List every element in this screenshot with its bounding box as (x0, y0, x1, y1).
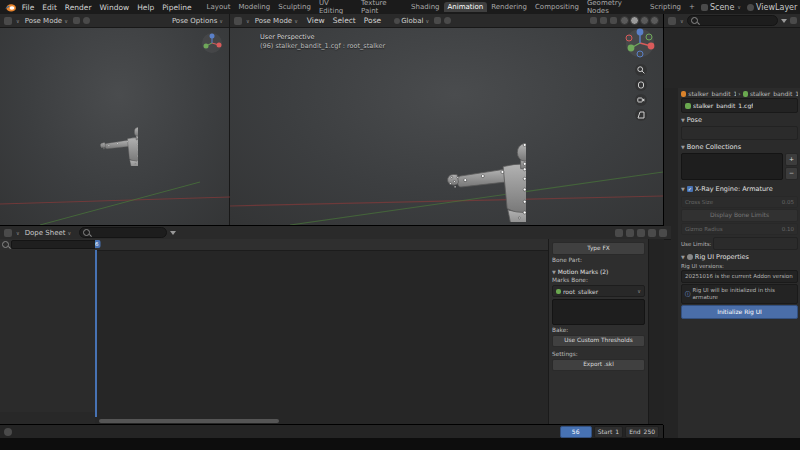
viewport-active-object-label: (96) stalker_bandit_1.cgf : root_stalker (260, 42, 385, 50)
workspace-tab-scripting[interactable]: Scripting (646, 2, 685, 12)
overlays-icon[interactable] (600, 17, 607, 24)
search-icon (2, 241, 9, 248)
export-skl-button[interactable]: Export .skl (552, 359, 645, 371)
workspace-tab-animation[interactable]: Animation (444, 2, 488, 12)
id-name-field[interactable]: stalker_bandit_1.cgf (681, 98, 798, 113)
outliner-search[interactable] (687, 15, 778, 26)
marks-bone-dropdown[interactable]: root_stalker ∨ (552, 285, 645, 297)
proportional-edit-icon[interactable] (444, 17, 451, 24)
panel-header-rig-ui[interactable]: ▼ Rig UI Properties (681, 251, 798, 262)
snap-icon[interactable] (83, 17, 90, 24)
keyframe-area[interactable]: 56 (95, 239, 548, 425)
xray-toggle-icon[interactable] (610, 17, 617, 24)
menu-help[interactable]: Help (133, 3, 158, 12)
orientation-dropdown[interactable]: Global ∨ (392, 17, 431, 25)
breadcrumb-data[interactable]: stalker_bandit_1... (750, 90, 798, 97)
filter-icon[interactable] (170, 231, 176, 235)
proportional-edit-icon[interactable] (615, 229, 623, 237)
use-custom-thresholds-toggle[interactable]: Use Custom Thresholds (552, 335, 645, 347)
outliner-options-icon[interactable] (790, 17, 797, 24)
mode-dropdown[interactable]: Pose Mode ∨ (253, 17, 300, 25)
current-frame-field[interactable]: 56 (560, 426, 592, 438)
playhead-frame-label[interactable]: 56 (95, 240, 101, 248)
menu-window[interactable]: Window (96, 3, 134, 12)
snap-magnet-icon[interactable] (434, 17, 441, 24)
editor-type-icon[interactable] (234, 17, 242, 25)
pan-hand-button[interactable] (635, 79, 647, 91)
frame-start-field[interactable]: Start 1 (594, 426, 624, 438)
perspective-toggle-button[interactable] (635, 109, 647, 121)
shading-solid-icon[interactable] (630, 16, 639, 25)
panel-header-bone-collections[interactable]: ▼ Bone Collections (681, 141, 798, 152)
shading-wireframe-icon[interactable] (620, 16, 629, 25)
transform-orientation-icon[interactable] (73, 17, 80, 24)
playhead[interactable] (95, 250, 97, 417)
options-icon[interactable] (659, 229, 667, 237)
checkbox-icon[interactable]: ✓ (687, 186, 693, 192)
remove-collection-button[interactable]: − (785, 167, 798, 180)
blender-logo-icon[interactable] (4, 3, 17, 12)
frame-ruler[interactable] (95, 239, 548, 251)
character-mesh-small[interactable] (62, 70, 138, 166)
end-value: 250 (644, 427, 655, 437)
add-workspace-button[interactable]: + (685, 2, 699, 12)
onion-skin-icon[interactable] (637, 229, 645, 237)
copy-keys-icon[interactable] (648, 229, 656, 237)
editor-type-icon[interactable] (668, 17, 676, 25)
editor-type-icon[interactable] (4, 428, 12, 436)
navigation-gizmo-small[interactable] (201, 32, 223, 54)
type-fx-button[interactable]: Type FX (552, 242, 645, 255)
workspace-tab-sculpting[interactable]: Sculpting (274, 2, 315, 12)
chevron-down-icon: ∨ (294, 18, 298, 24)
motion-marks-header[interactable]: ▼ Motion Marks (2) (552, 268, 645, 275)
camera-view-button[interactable] (635, 94, 647, 106)
character-mesh[interactable] (368, 26, 526, 222)
viewport-menu-pose[interactable]: Pose (360, 16, 385, 25)
dope-sheet-search[interactable] (79, 227, 167, 238)
breadcrumb-object[interactable]: stalker_bandit_1... (688, 90, 736, 97)
workspace-tab-compositing[interactable]: Compositing (531, 2, 583, 12)
gizmo-radius-slider[interactable]: Gizmo Radius 0.10 (681, 223, 798, 235)
menu-file[interactable]: File (18, 3, 39, 12)
add-collection-button[interactable]: + (785, 153, 798, 166)
navigation-gizmo[interactable] (625, 28, 655, 58)
shading-rendered-icon[interactable] (650, 16, 659, 25)
filter-icon[interactable] (781, 19, 787, 23)
viewport-menu-select[interactable]: Select (329, 16, 360, 25)
mode-dropdown[interactable]: Pose Mode ∨ (23, 17, 70, 25)
scene-selector[interactable]: Scene ∨ (701, 3, 741, 12)
editor-type-icon[interactable] (4, 229, 12, 237)
properties-tab-strip (664, 88, 678, 438)
dope-sheet-mode-dropdown[interactable]: Dope Sheet ∨ (23, 229, 74, 237)
horizontal-scrollbar[interactable] (99, 419, 279, 423)
chevron-down-icon: ∨ (68, 230, 72, 236)
workspace-tab-modeling[interactable]: Modeling (234, 2, 274, 12)
workspace-tab-rendering[interactable]: Rendering (487, 2, 531, 12)
viewport-menu-view[interactable]: View (303, 16, 329, 25)
shading-material-icon[interactable] (640, 16, 649, 25)
dope-sheet-search-input[interactable] (92, 228, 156, 237)
menu-render[interactable]: Render (61, 3, 96, 12)
viewlayer-selector[interactable]: ViewLayer ∨ (747, 3, 800, 12)
viewport-main[interactable]: ∨ Pose Mode ∨ ViewSelectPose Global ∨ Us… (230, 14, 663, 225)
viewport-secondary[interactable]: ∨ Pose Mode ∨ Pose Options ∨ (0, 14, 230, 225)
channel-search-field[interactable] (11, 240, 97, 249)
properties-editor: stalker_bandit_1... › stalker_bandit_1..… (664, 88, 800, 438)
workspace-tab-shading[interactable]: Shading (407, 2, 443, 12)
editor-type-icon[interactable] (4, 17, 12, 25)
menu-pipeline[interactable]: Pipeline (158, 3, 195, 12)
snap-icon[interactable] (626, 229, 634, 237)
panel-header-xray-armature[interactable]: ▼ ✓ X-Ray Engine: Armature (681, 183, 798, 194)
outliner-search-input[interactable] (700, 16, 754, 25)
cross-size-slider[interactable]: Cross Size 0.05 (681, 196, 798, 208)
menu-edit[interactable]: Edit (38, 3, 61, 12)
zoom-button[interactable] (635, 64, 647, 76)
search-icon (83, 229, 90, 236)
show-gizmo-icon[interactable] (590, 17, 597, 24)
frame-end-field[interactable]: End 250 (625, 426, 659, 438)
pose-options-dropdown[interactable]: Pose Options ∨ (170, 17, 225, 25)
initialize-rig-ui-button[interactable]: Initialize Rig UI (681, 305, 798, 319)
panel-header-pose[interactable]: ▼ Pose (681, 114, 798, 125)
workspace-tab-layout[interactable]: Layout (203, 2, 235, 12)
display-bone-limits-toggle[interactable]: Display Bone Limits (681, 209, 798, 222)
